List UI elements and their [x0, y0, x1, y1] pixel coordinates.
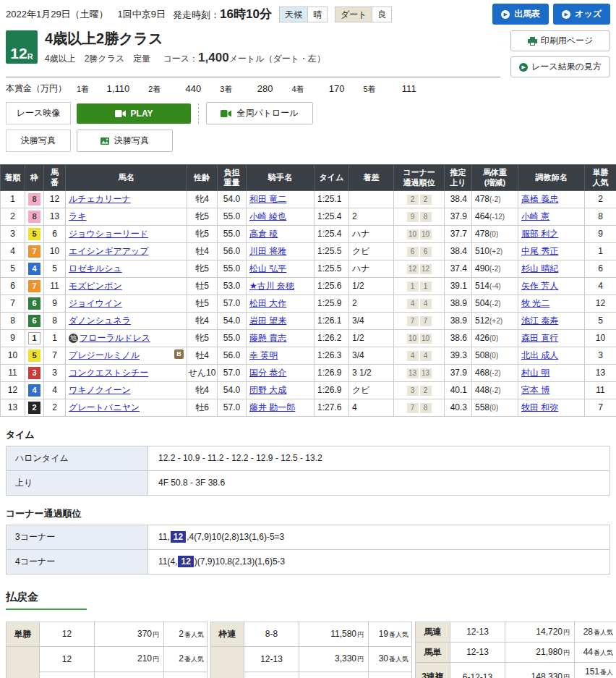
jockey-link[interactable]: 松田 大作 — [249, 298, 286, 308]
trainer-link[interactable]: 高橋 義忠 — [521, 194, 558, 204]
corner-order-3: 4 — [407, 299, 419, 309]
time: 1:26.1 — [315, 312, 349, 329]
horse-name-link[interactable]: プレジールミノル — [69, 350, 140, 360]
jockey-link[interactable]: 川田 将雅 — [249, 246, 286, 256]
trainer-link[interactable]: 杉山 晴紀 — [521, 263, 558, 274]
results-guide-button[interactable]: ▶ レース結果の見方 — [510, 56, 610, 77]
horse-number: 8 — [44, 312, 66, 329]
col-margin: 着差 — [349, 165, 394, 191]
sanrenpuku-row: 3連複 6-12-13 148,330円 151番人気 — [416, 662, 616, 678]
jockey-link[interactable]: 小崎 綾也 — [249, 211, 286, 221]
trainer-link[interactable]: 森田 直行 — [521, 333, 558, 343]
umatan-popularity: 44番人気 — [575, 642, 616, 662]
jockey-link[interactable]: 岩田 望来 — [249, 315, 286, 326]
jockey-link[interactable]: 幸 英明 — [249, 350, 278, 360]
horse-name-link[interactable]: ワキノクイーン — [69, 385, 131, 395]
trainer-link[interactable]: 服部 利之 — [521, 229, 558, 239]
jockey-link[interactable]: ★古川 奈穂 — [249, 281, 294, 291]
win-popularity: 13 — [585, 364, 616, 381]
horse-number: 12 — [44, 190, 66, 208]
corner-order-cell: 66 — [394, 242, 445, 260]
waku-cell: 4 — [25, 260, 44, 277]
furlong-time-value: 12.2 - 10.9 - 11.2 - 12.2 - 12.9 - 12.5 … — [148, 446, 610, 470]
jockey-link[interactable]: 団野 大成 — [249, 385, 286, 395]
jockey-link[interactable]: 和田 竜二 — [249, 194, 286, 204]
trainer-link[interactable]: 矢作 芳人 — [521, 281, 558, 291]
trainer-link[interactable]: 池江 泰寿 — [521, 315, 558, 326]
prize-place: 1着 — [77, 84, 89, 95]
sex-age: せん10 — [187, 364, 218, 381]
horse-name-link[interactable]: グレートバニヤン — [69, 402, 140, 412]
horse-name-link[interactable]: ジョウショーリード — [69, 229, 148, 239]
payout-table-win-place: 単勝 12 370円 2番人気 複勝 12 210円 2番人気 13 930円 … — [6, 622, 208, 678]
arrow-circle-icon: ▶ — [562, 10, 570, 19]
sex-age: 牝5 — [187, 225, 218, 242]
corner-order-3: 13 — [407, 368, 419, 378]
horse-name-link[interactable]: ルチェカリーナ — [69, 194, 131, 204]
odds-button[interactable]: ▶ オッズ — [553, 4, 610, 25]
horse-name-link[interactable]: コンクエストシチー — [69, 368, 148, 378]
table-row: 13 2 2 グレートバニヤン 牡6 57.0 藤井 勘一郎 1:27.6 4 … — [1, 399, 616, 416]
horse-name-link[interactable]: ジョイウイン — [69, 298, 122, 308]
print-page-button[interactable]: 印刷用ページ — [510, 30, 610, 51]
wakuren-label: 枠連 — [211, 622, 244, 647]
corner-order-3: 6 — [407, 247, 419, 257]
horse-name-link[interactable]: ラキ — [69, 211, 87, 221]
trainer-cell: 杉山 晴紀 — [518, 260, 585, 277]
time: 1:25.1 — [315, 190, 349, 208]
carried-weight: 57.0 — [218, 399, 247, 416]
trainer-link[interactable]: 牧 光二 — [521, 298, 549, 308]
race-conditions-text: 4歳以上 2勝クラス 定量 — [45, 54, 150, 64]
prize-item: 5着111 — [364, 83, 429, 95]
prize-item: 4着170 — [291, 83, 357, 95]
fukusho-combo: 13 — [40, 671, 95, 678]
play-button[interactable]: PLAY — [77, 103, 191, 124]
last3f-time: 38.4 — [445, 242, 472, 260]
jockey-cell: 藤井 勘一郎 — [247, 399, 315, 416]
horse-name-link[interactable]: フローラルドレス — [80, 333, 150, 343]
body-weight: 514 — [475, 281, 489, 291]
trainer-link[interactable]: 中尾 秀正 — [521, 246, 558, 256]
trainer-link[interactable]: 村山 明 — [521, 368, 549, 378]
horse-name-link[interactable]: ロゼキルシュ — [69, 263, 122, 274]
jockey-link[interactable]: 国分 恭介 — [249, 368, 286, 378]
horse-name-link[interactable]: ダノンシュネラ — [69, 315, 131, 326]
corner-order-4: 13 — [420, 368, 432, 378]
trainer-link[interactable]: 宮本 博 — [521, 385, 549, 395]
trainer-link[interactable]: 北出 成人 — [521, 350, 558, 360]
entries-button[interactable]: ▶ 出馬表 — [492, 4, 549, 25]
sex-age: 牡4 — [187, 242, 218, 260]
jockey-link[interactable]: 高倉 稜 — [249, 229, 278, 239]
body-weight-diff: (+2) — [489, 317, 502, 325]
last3f-time: 37.4 — [445, 260, 472, 277]
col-jockey: 騎手名 — [247, 165, 315, 191]
horse-name-link[interactable]: モズピンポン — [69, 281, 122, 291]
jockey-link[interactable]: 松山 弘平 — [249, 263, 286, 274]
prize-amount: 111 — [388, 83, 416, 94]
photo-icon — [100, 137, 109, 145]
win-popularity: 3 — [585, 347, 616, 364]
horse-number: 13 — [44, 208, 66, 225]
jockey-link[interactable]: 藤井 勘一郎 — [249, 402, 295, 412]
results-table: 着順 枠 馬 番 馬名 性齢 負担 重量 騎手名 タイム 着差 コーナー 通過順… — [0, 164, 616, 417]
win-popularity: 1 — [585, 242, 616, 260]
horse-name-link[interactable]: エイシンギアアップ — [69, 246, 149, 256]
corner-order-4: 4 — [420, 351, 432, 361]
trainer-link[interactable]: 小崎 憲 — [521, 211, 549, 221]
finish-photo-button[interactable]: 決勝写真 — [77, 130, 173, 152]
table-row: 5 4 5 ロゼキルシュ 牝5 55.0 松山 弘平 1:25.5 ハナ 121… — [1, 260, 616, 277]
last3f-time: 38.4 — [445, 190, 472, 208]
jockey-link[interactable]: 藤懸 貴志 — [249, 333, 286, 343]
patrol-video-button[interactable]: 全周パトロール — [206, 102, 313, 124]
odds-button-label: オッズ — [575, 8, 602, 20]
horse-name-cell: モズピンポン — [66, 277, 187, 294]
arrow-circle-icon: ▶ — [519, 63, 528, 72]
fukusho-amount: 930円 — [95, 671, 164, 678]
corner-order-4: 10 — [420, 334, 432, 344]
horse-name-cell: 地フローラルドレス — [66, 329, 187, 347]
sex-age: 牝5 — [187, 260, 218, 277]
table-row: 6 7 11 モズピンポン 牡5 53.0 ★古川 奈穂 1:25.6 1/2 … — [1, 277, 616, 294]
trainer-link[interactable]: 牧田 和弥 — [521, 402, 558, 412]
corner-order-4: 8 — [420, 212, 432, 222]
horse-number: 10 — [44, 242, 66, 260]
